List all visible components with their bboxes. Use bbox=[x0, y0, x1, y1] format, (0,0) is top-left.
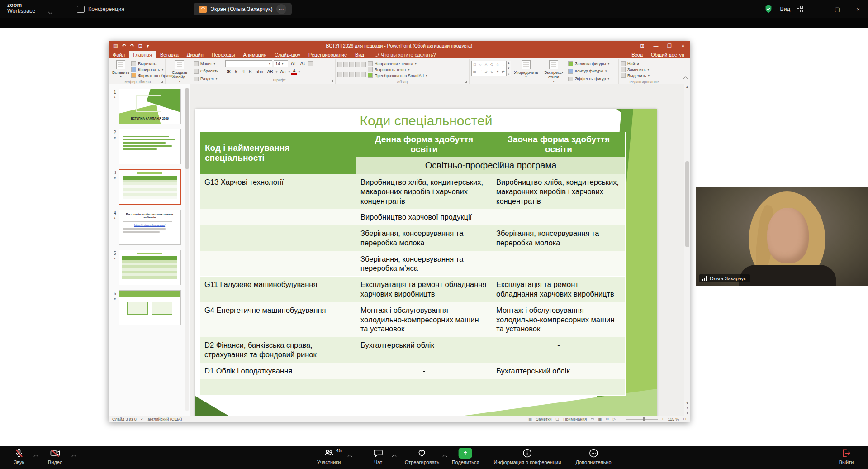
participants-button[interactable]: 45 Участники bbox=[317, 448, 341, 465]
scrollbar-thumb[interactable] bbox=[685, 161, 689, 247]
chat-button[interactable]: Чат bbox=[373, 448, 384, 465]
slide-sorter-view-icon[interactable]: ▦ bbox=[598, 417, 602, 421]
font-size-select[interactable]: 14▾ bbox=[274, 60, 288, 67]
scrollbar-thumb[interactable] bbox=[185, 88, 189, 169]
undo-icon[interactable]: ↶ bbox=[122, 43, 126, 49]
workspace-chevron-down-icon[interactable] bbox=[49, 7, 52, 15]
slide-thumbnail-2[interactable]: 2* bbox=[111, 129, 190, 164]
line-spacing-icon[interactable] bbox=[361, 62, 366, 67]
menu-transitions[interactable]: Переходы bbox=[208, 51, 239, 58]
table-row[interactable] bbox=[200, 379, 626, 395]
menu-view[interactable]: Вид bbox=[351, 51, 368, 58]
menu-review[interactable]: Рецензирование bbox=[304, 51, 351, 58]
chat-options-chevron[interactable] bbox=[393, 452, 396, 460]
gallery-scroll[interactable]: ▲▼≡ bbox=[507, 61, 511, 76]
dialog-launcher-icon[interactable] bbox=[465, 81, 467, 83]
next-slide-icon[interactable]: ⇟ bbox=[686, 411, 688, 415]
reset-button[interactable]: Сбросить bbox=[194, 68, 218, 74]
col-header-daytime[interactable]: Денна форма здобуття освіти bbox=[356, 132, 492, 157]
table-row[interactable]: D1 Облік і оподаткування-Бухгалтерський … bbox=[200, 363, 626, 379]
table-row[interactable]: Зберігання, консервування та переробка м… bbox=[200, 225, 626, 251]
zoom-slider-knob[interactable] bbox=[643, 417, 645, 421]
normal-view-icon[interactable]: ▭ bbox=[591, 417, 594, 421]
view-grid-icon[interactable] bbox=[797, 6, 803, 12]
grow-font-button[interactable]: А↑ bbox=[289, 61, 298, 66]
share-document-button[interactable]: Общий доступ bbox=[651, 52, 684, 57]
slide-scrollbar[interactable]: ▲ ▼ ⇞ ⇟ bbox=[684, 84, 690, 416]
bullets-icon[interactable] bbox=[337, 62, 342, 67]
increase-indent-icon[interactable] bbox=[355, 62, 360, 67]
ppt-restore-button[interactable]: ❐ bbox=[663, 43, 676, 49]
columns-icon[interactable] bbox=[361, 72, 366, 77]
slide-thumbnail-3-selected[interactable]: 3* bbox=[111, 169, 190, 205]
font-name-select[interactable]: ▾ bbox=[225, 60, 272, 67]
layout-button[interactable]: Макет▾ bbox=[194, 61, 218, 67]
character-spacing-button[interactable]: АВ bbox=[266, 69, 274, 74]
more-button[interactable]: Дополнительно bbox=[575, 448, 611, 465]
align-center-icon[interactable] bbox=[343, 72, 348, 77]
slide-canvas[interactable]: Коди спеціальностей Код і найменування с… bbox=[195, 109, 657, 416]
tab-more-icon[interactable]: ⋯ bbox=[276, 4, 286, 14]
slideshow-icon[interactable]: ⊡ bbox=[138, 43, 142, 49]
view-button[interactable]: Вид bbox=[780, 6, 790, 12]
slideshow-view-icon[interactable]: ▷ bbox=[613, 417, 616, 421]
paste-button[interactable]: Вставить▾ bbox=[112, 60, 129, 80]
reactions-options-chevron[interactable] bbox=[443, 452, 446, 460]
share-screen-button[interactable]: Поделиться bbox=[452, 448, 479, 465]
text-direction-button[interactable]: Направление текста▾ bbox=[368, 61, 427, 67]
menu-home[interactable]: Главная bbox=[129, 51, 156, 58]
zoom-slider[interactable] bbox=[626, 419, 658, 420]
ribbon-display-options-icon[interactable]: ⊞ bbox=[636, 43, 649, 49]
spellcheck-icon[interactable]: ✓ bbox=[141, 417, 144, 421]
replace-button[interactable]: Заменить▾ bbox=[621, 67, 650, 72]
thumbnail-scrollbar[interactable] bbox=[185, 88, 189, 411]
collapse-ribbon-icon[interactable] bbox=[684, 74, 687, 82]
ppt-minimize-button[interactable]: — bbox=[649, 43, 663, 49]
clear-formatting-icon[interactable] bbox=[308, 61, 313, 66]
language-indicator[interactable]: английский (США) bbox=[147, 417, 182, 421]
new-slide-button[interactable]: Создать слайд▾ bbox=[167, 60, 192, 83]
strikethrough-button[interactable]: abc bbox=[254, 69, 264, 74]
col-header-code[interactable]: Код і найменування спеціальності bbox=[200, 132, 356, 174]
comments-button[interactable]: Примечания bbox=[563, 417, 587, 421]
table-row[interactable]: G13 Харчові технологіїВиробництво хліба,… bbox=[200, 174, 626, 209]
select-button[interactable]: Выделить▾ bbox=[621, 72, 650, 78]
dialog-launcher-icon[interactable] bbox=[331, 80, 333, 82]
security-shield-icon[interactable] bbox=[764, 4, 773, 14]
participant-video-tile[interactable]: Ольга Захарчук bbox=[696, 187, 868, 286]
scroll-up-icon[interactable]: ▲ bbox=[686, 85, 688, 88]
table-row[interactable]: Зберігання, консервування та переробка м… bbox=[200, 251, 626, 277]
shape-effects-button[interactable]: Эффекты фигур▾ bbox=[568, 76, 609, 82]
video-button[interactable]: Видео bbox=[48, 448, 62, 465]
shape-outline-button[interactable]: Контур фигуры▾ bbox=[568, 68, 609, 74]
table-row[interactable]: G4 Енергетичне машинобудуванняМонтаж і о… bbox=[200, 302, 626, 337]
section-button[interactable]: Раздел▾ bbox=[194, 76, 218, 82]
slide-thumbnail-5[interactable]: 5* bbox=[111, 250, 190, 285]
table-row[interactable]: Виробництво харчової продукції bbox=[200, 209, 626, 225]
underline-button[interactable]: Ч bbox=[240, 69, 246, 74]
decrease-indent-icon[interactable] bbox=[349, 62, 354, 67]
slide-thumbnail-1[interactable]: 1* ВСТУПНА КАМПАНІЯ 2026 bbox=[111, 89, 190, 124]
reactions-button[interactable]: Отреагировать bbox=[405, 448, 440, 465]
specialties-table[interactable]: Код і найменування спеціальності Денна ф… bbox=[200, 132, 626, 396]
table-row[interactable]: G11 Галузеве машинобудуванняЕксплуатація… bbox=[200, 277, 626, 302]
quick-styles-button[interactable]: Экспресс-стили▾ bbox=[541, 60, 566, 83]
sign-in-button[interactable]: Вход bbox=[631, 52, 643, 57]
scroll-down-icon[interactable]: ▼ bbox=[686, 402, 688, 405]
align-left-icon[interactable] bbox=[337, 72, 342, 77]
notes-button[interactable]: Заметки bbox=[536, 417, 551, 421]
menu-slideshow[interactable]: Слайд-шоу bbox=[270, 51, 304, 58]
shapes-gallery[interactable]: □○△◇☆→ ▭⌒⊃⊂✦⇄ ▲▼≡ bbox=[471, 60, 511, 83]
window-maximize-button[interactable]: ▢ bbox=[830, 6, 844, 13]
ppt-close-button[interactable]: × bbox=[676, 43, 690, 49]
zoom-level[interactable]: 115 % bbox=[668, 417, 679, 421]
tab-shared-screen[interactable]: Экран (Ольга Захарчук) ⋯ bbox=[194, 3, 292, 15]
arrange-button[interactable]: Упорядочить▾ bbox=[513, 60, 539, 83]
audio-button[interactable]: Звук bbox=[14, 448, 24, 465]
menu-design[interactable]: Дизайн bbox=[183, 51, 208, 58]
menu-animations[interactable]: Анимация bbox=[239, 51, 270, 58]
shrink-font-button[interactable]: А↓ bbox=[299, 61, 307, 66]
save-icon[interactable]: ▤ bbox=[113, 43, 118, 49]
table-row[interactable]: D2 Фінанси, банківська справа, страхуван… bbox=[200, 337, 626, 363]
window-minimize-button[interactable]: — bbox=[809, 6, 824, 13]
